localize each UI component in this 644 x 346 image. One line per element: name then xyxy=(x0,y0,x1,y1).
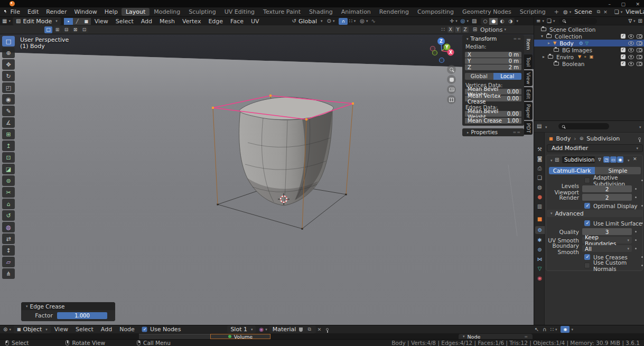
camera-view-button[interactable] xyxy=(447,85,456,94)
hide-icon[interactable] xyxy=(628,62,634,66)
use-nodes-toggle[interactable]: Use Nodes xyxy=(142,326,181,333)
menu-render[interactable]: Render xyxy=(42,8,70,15)
vertex-group-filter-icon[interactable]: ∇ xyxy=(596,156,603,163)
select-mode-extend-icon[interactable]: ⊞ xyxy=(53,26,61,33)
display-edit-mode-icon[interactable]: ▭ xyxy=(610,156,617,163)
workspace-tab-texture-paint[interactable]: Texture Paint xyxy=(259,8,305,16)
node-partial[interactable] xyxy=(139,334,210,339)
tool-knife[interactable]: ✂ xyxy=(2,187,15,198)
select-mode-subtract-icon[interactable]: ⊟ xyxy=(62,26,70,33)
use-creases-checkbox[interactable] xyxy=(584,254,590,260)
tab-particles[interactable]: ✱ xyxy=(535,236,544,244)
scene-name[interactable]: Scene xyxy=(574,8,592,15)
workspace-tab-rendering[interactable]: Rendering xyxy=(375,8,413,16)
menu-select[interactable]: Select xyxy=(112,18,137,25)
sidebar-tab-tool[interactable]: Tool xyxy=(524,54,533,69)
new-collection-icon[interactable]: ⊞ xyxy=(638,18,642,24)
outliner-row-body[interactable]: ▸ ▼ Body ⚙ ▽ xyxy=(534,40,644,46)
tool-transform[interactable]: ◉ xyxy=(2,94,15,105)
disable-render-icon[interactable] xyxy=(637,41,642,45)
snap-target-dropdown[interactable]: ∷▾ xyxy=(349,18,356,24)
boundary-smooth-dropdown[interactable]: All▾ xyxy=(582,245,632,252)
tab-constraints[interactable]: ⋈ xyxy=(535,255,544,263)
zoom-button[interactable] xyxy=(447,65,456,74)
menu-edge[interactable]: Edge xyxy=(204,18,227,25)
menu-mesh[interactable]: Mesh xyxy=(156,18,179,25)
pivot-point-dropdown[interactable]: ⊙▾ xyxy=(327,18,335,24)
snap-toggle[interactable]: ∩ xyxy=(339,18,348,25)
render-preview-toggle[interactable]: ◉ xyxy=(561,326,570,333)
workspace-tab-geometry-nodes[interactable]: Geometry Nodes xyxy=(458,8,516,16)
expand-icon[interactable]: ▾ xyxy=(541,34,546,39)
solid-shading-button[interactable]: ● xyxy=(489,18,498,25)
vertex-select-button[interactable]: ∙ xyxy=(64,18,73,25)
properties-search-input[interactable] xyxy=(558,123,609,129)
new-scene-icon[interactable]: ⧉ xyxy=(597,9,600,15)
menu-window[interactable]: Window xyxy=(70,8,100,15)
outliner-search-input[interactable] xyxy=(559,18,597,24)
navigation-gizmo[interactable]: Z Y X xyxy=(426,36,458,68)
tool-add-cube[interactable]: ⊞ xyxy=(2,129,15,139)
tool-spin[interactable]: ↺ xyxy=(2,210,15,221)
minimize-button[interactable]: – xyxy=(608,2,611,7)
xray-toggle-icon[interactable]: ▨ xyxy=(472,18,477,24)
node-editor-icon[interactable]: ⊛ xyxy=(3,327,7,332)
display-on-cage-icon[interactable]: ◳ xyxy=(603,156,610,163)
select-mode-intersect-icon[interactable]: ⊡ xyxy=(80,26,88,33)
optimal-display-checkbox[interactable] xyxy=(584,203,590,209)
tool-rip-region[interactable]: ⋔ xyxy=(2,268,15,279)
tab-modifiers[interactable]: ⚙ xyxy=(535,226,545,234)
local-button[interactable]: Local xyxy=(493,73,522,80)
disable-render-icon[interactable] xyxy=(637,55,642,59)
menu-add[interactable]: Add xyxy=(137,18,156,25)
menu-vertex[interactable]: Vertex xyxy=(179,18,204,25)
tab-object[interactable]: ■ xyxy=(535,215,544,223)
tab-render[interactable]: ◙ xyxy=(535,155,544,163)
render-levels-field[interactable]: 2 xyxy=(582,194,632,201)
modifier-name-field[interactable]: Subdivision xyxy=(562,156,595,163)
menu-help[interactable]: Help xyxy=(101,8,122,15)
maximize-button[interactable]: ▢ xyxy=(621,2,626,7)
disable-render-icon[interactable] xyxy=(637,62,642,66)
copy-material-icon[interactable]: ⧉ xyxy=(307,326,311,332)
tool-extrude-region[interactable]: ↥ xyxy=(2,141,15,151)
tab-physics[interactable]: ⊚ xyxy=(535,246,544,254)
select-mode-set-icon[interactable]: □ xyxy=(44,26,52,33)
options-dropdown[interactable]: Options xyxy=(480,26,502,33)
tool-loop-cut[interactable]: ⊜ xyxy=(2,175,15,186)
select-mode-invert-icon[interactable]: ⊠ xyxy=(71,26,79,33)
workspace-tab-compositing[interactable]: Compositing xyxy=(413,8,458,16)
slot-dropdown[interactable]: Slot 1▾ xyxy=(227,325,256,333)
workspace-tab-layout[interactable]: Layout xyxy=(122,8,150,16)
tab-view-layer[interactable]: ❏ xyxy=(535,174,544,182)
tab-scene[interactable]: ◍ xyxy=(535,183,544,191)
snap-grid-icon[interactable]: ∷ xyxy=(550,327,554,332)
workspace-tab-modeling[interactable]: Modeling xyxy=(150,8,184,16)
modifier-extras-icon[interactable]: ▾ xyxy=(628,158,630,163)
global-button[interactable]: Global xyxy=(465,73,493,80)
workspace-tab-animation[interactable]: Animation xyxy=(337,8,375,16)
pan-button[interactable] xyxy=(447,75,456,84)
hide-icon[interactable] xyxy=(628,55,634,59)
viewport-3d[interactable]: User Perspective (1) Body □ ⊕ ✥ ↻ ◰ ◉ ✎ … xyxy=(0,34,534,325)
mean-vertex-crease-field[interactable]: Mean Vertex Crease 0.00 xyxy=(465,96,521,101)
viewlayer-selector[interactable]: ❏▾ ViewLayer ⧉ xyxy=(614,8,644,15)
add-workspace-button[interactable]: + xyxy=(550,8,563,16)
simple-button[interactable]: Simple xyxy=(595,167,641,174)
menu-edit[interactable]: Edit xyxy=(24,8,42,15)
tool-shear[interactable]: ▱ xyxy=(2,257,15,267)
outliner-row-scene-collection[interactable]: Scene Collection xyxy=(534,26,644,33)
pin-icon[interactable] xyxy=(326,328,329,331)
mirror-y-button[interactable]: Y xyxy=(455,26,461,33)
snap-options-icon[interactable]: ⊞ xyxy=(473,27,477,32)
sidebar-tab-pdt[interactable]: PDT xyxy=(524,121,533,135)
menu-view[interactable]: View xyxy=(91,18,112,25)
tab-object-data[interactable]: ▽ xyxy=(535,265,544,273)
breadcrumb-object[interactable]: Body xyxy=(556,135,571,142)
display-mode-icon[interactable]: ❏ xyxy=(547,18,552,24)
use-custom-normals-checkbox[interactable] xyxy=(584,263,590,268)
fake-user-shield-icon[interactable] xyxy=(299,328,303,332)
overlays-toggle-icon[interactable]: ◎ xyxy=(461,18,465,24)
transform-orientation[interactable]: ↺ Global▾ xyxy=(292,18,323,25)
tab-collection[interactable]: ▥ xyxy=(535,202,544,210)
